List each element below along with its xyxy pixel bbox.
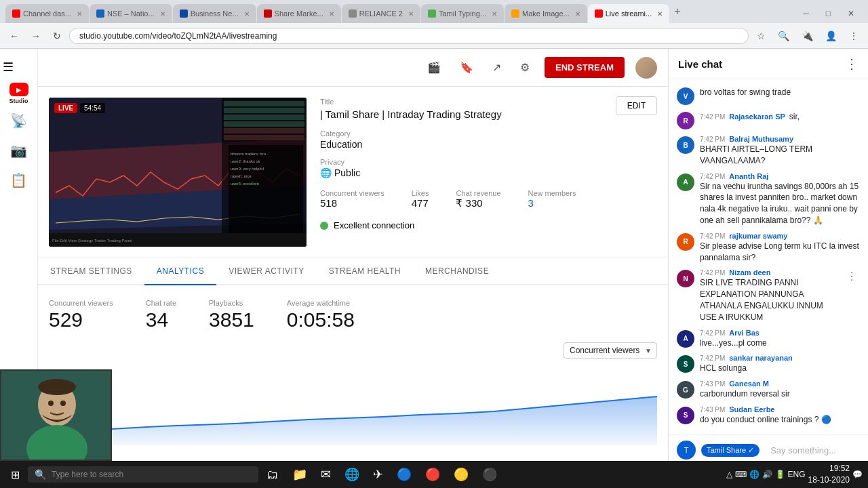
chart-fill-area: [49, 396, 657, 445]
category-value: Education: [320, 139, 657, 150]
message-author: Nizam deen: [729, 268, 770, 277]
message-text: BHARTI AIRTEL–LONG TERM VAANGALAAMA?: [700, 144, 860, 167]
battery-icon: 🔋: [775, 470, 785, 479]
file-explorer-button[interactable]: 📁: [287, 464, 313, 485]
privacy-icon: 🌐: [320, 167, 332, 178]
app1-button[interactable]: 🔴: [420, 464, 446, 485]
user-avatar[interactable]: [635, 57, 657, 79]
metric-chat-rate: Chat rate 34: [146, 299, 176, 331]
tab-stream-health[interactable]: STREAM HEALTH: [317, 258, 413, 285]
bookmark-icon[interactable]: ☆: [753, 28, 770, 44]
sidebar-item-live[interactable]: 📡: [3, 107, 35, 134]
address-input[interactable]: [69, 28, 749, 44]
message-header: 7:42 PM Balraj Muthusamy: [700, 135, 860, 143]
message-content: 7:42 PM Nizam deen SIR LIVE TRADING PANN…: [700, 268, 838, 323]
tab-close-icon[interactable]: ✕: [575, 10, 580, 18]
mail-button[interactable]: ✉: [315, 464, 336, 485]
tab-business-news[interactable]: Business Ne... ✕: [173, 4, 256, 23]
message-time: 7:43 PM: [700, 380, 725, 388]
reload-button[interactable]: ↻: [49, 28, 65, 44]
info-panel: Title | Tamil Share | Intraday Trading S…: [320, 98, 657, 247]
webcam-overlay: [0, 369, 112, 461]
message-author: Rajasekaran SP: [729, 113, 785, 121]
chart-dropdown-wrapper: Concurrent viewers Chat rate Playbacks A…: [49, 342, 657, 359]
tab-viewer-activity[interactable]: VIEWER ACTIVITY: [216, 258, 317, 285]
youtube-studio-main: ☰ ▶ Studio 📡 📷 📋 🎬: [0, 49, 868, 488]
search-icon[interactable]: 🔍: [774, 28, 793, 44]
yt-studio-logo[interactable]: ☰: [0, 54, 37, 80]
tab-reliance2[interactable]: RELIANCE 2 ✕: [342, 4, 420, 23]
chat-overlay-text: bhoomi traders: bro...: [231, 152, 269, 156]
app2-button[interactable]: 🟡: [448, 464, 474, 485]
sidebar-item-content[interactable]: 📋: [3, 167, 35, 194]
minimize-button[interactable]: ─: [795, 4, 817, 23]
tab-close-icon[interactable]: ✕: [657, 10, 663, 18]
chrome-button[interactable]: 🔵: [391, 464, 417, 485]
message-author: sankar narayanan: [729, 354, 793, 362]
svg-text:user2: thanks sir: user2: thanks sir: [231, 159, 260, 163]
account-icon[interactable]: 👤: [821, 28, 841, 44]
tab-close-icon[interactable]: ✕: [408, 10, 414, 18]
message-content: 7:43 PM Ganesan M carborundum reversal s…: [700, 380, 860, 400]
forward-button[interactable]: →: [27, 28, 45, 44]
ob-row: [224, 121, 304, 127]
maximize-button[interactable]: □: [818, 4, 839, 23]
category-label: Category: [320, 129, 657, 138]
address-bar: ← → ↻ ☆ 🔍 🔌 👤 ⋮: [0, 23, 868, 49]
current-user-name: Tamil Share ✓: [707, 446, 754, 455]
notification-button[interactable]: 🔖: [456, 57, 477, 78]
message-text: Sir na vechu iruntha savings 80,000rs ah…: [700, 181, 860, 226]
tab-stream-settings[interactable]: STREAM SETTINGS: [38, 258, 144, 285]
end-stream-button[interactable]: END STREAM: [545, 57, 625, 78]
svg-text:rajesh: nice: rajesh: nice: [231, 174, 252, 178]
tab-close-icon[interactable]: ✕: [244, 10, 250, 18]
task-view-button[interactable]: 🗂: [261, 465, 284, 485]
create-button[interactable]: 🎬: [423, 57, 445, 78]
close-button[interactable]: ✕: [840, 4, 863, 23]
message-more-button[interactable]: ⋮: [844, 270, 860, 283]
message-header: 7:42 PM Arvi Bas: [700, 329, 860, 337]
concurrent-viewers-stat: Concurrent viewers 518: [320, 189, 384, 209]
title-row: Title | Tamil Share | Intraday Trading S…: [320, 98, 657, 120]
ob-row: [224, 115, 304, 120]
title-label: Title: [320, 98, 502, 106]
edit-button[interactable]: EDIT: [616, 96, 657, 115]
tray-icon-1: △: [726, 470, 732, 479]
tab-close-icon[interactable]: ✕: [492, 10, 497, 18]
start-button[interactable]: ⊞: [5, 466, 25, 484]
share-button[interactable]: ↗: [488, 57, 505, 78]
message-content: bro voltas for swing trade: [700, 86, 860, 105]
tab-close-icon[interactable]: ✕: [77, 10, 82, 18]
chart-metric-dropdown[interactable]: Concurrent viewers Chat rate Playbacks A…: [564, 342, 657, 359]
eye-right: [60, 401, 66, 406]
hamburger-icon[interactable]: ☰: [3, 60, 14, 75]
taskbar-search-container[interactable]: 🔍 Type here to search: [28, 466, 258, 483]
tab-nse[interactable]: NSE – Natio... ✕: [90, 4, 172, 23]
message-time: 7:42 PM: [700, 113, 725, 121]
extensions-icon[interactable]: 🔌: [797, 28, 817, 44]
chat-more-button[interactable]: ⋮: [845, 56, 859, 72]
settings-button[interactable]: ⚙: [516, 57, 534, 78]
tab-close-icon[interactable]: ✕: [160, 10, 165, 18]
tab-tamil-typing[interactable]: Tamil Typing... ✕: [421, 4, 504, 23]
edge-button[interactable]: 🌐: [339, 464, 365, 485]
sidebar-item-upload[interactable]: 📷: [3, 137, 35, 164]
menu-icon[interactable]: ⋮: [845, 28, 863, 44]
back-button[interactable]: ←: [5, 28, 23, 44]
tab-analytics[interactable]: ANALYTICS: [144, 258, 216, 285]
app3-button[interactable]: ⚫: [477, 464, 502, 485]
svg-text:File Edit View Strategy Trader: File Edit View Strategy Trader Trading P…: [52, 239, 132, 243]
search-icon: 🔍: [35, 469, 46, 480]
tab-make-image[interactable]: Make Image... ✕: [505, 4, 587, 23]
privacy-block: Privacy 🌐 Public: [320, 158, 657, 178]
message-text: Sir please advise Long term ku ITC la in…: [700, 241, 860, 264]
tab-channel-dash[interactable]: Channel das... ✕: [5, 4, 89, 23]
tab-live-streaming[interactable]: Live streami... ✕: [588, 4, 669, 23]
telegram-button[interactable]: ✈: [368, 464, 389, 485]
tab-merchandise[interactable]: MERCHANDISE: [413, 258, 501, 285]
tab-share-market[interactable]: Share Marke... ✕: [257, 4, 341, 23]
message-content: 7:42 PM Arvi Bas live...yes...pl come: [700, 329, 860, 349]
new-tab-button[interactable]: +: [670, 5, 684, 18]
tab-close-icon[interactable]: ✕: [329, 10, 334, 18]
list-item: S 7:43 PM Sudan Eerbe do you conduct onl…: [669, 403, 868, 428]
